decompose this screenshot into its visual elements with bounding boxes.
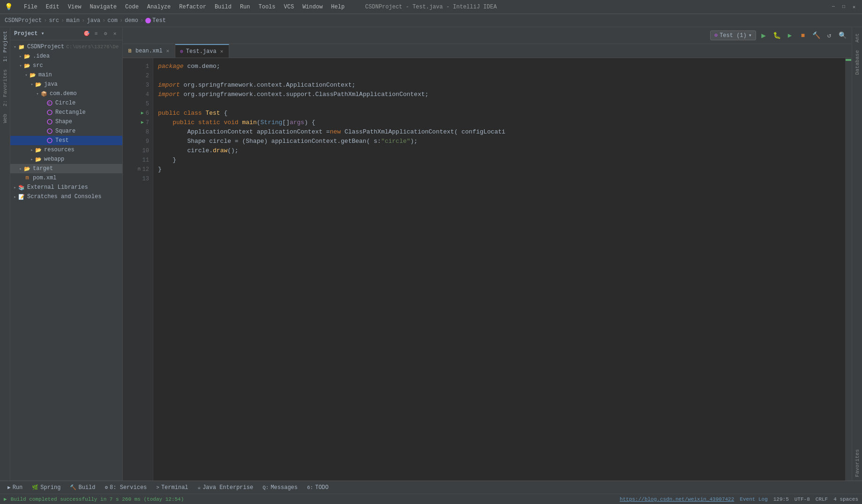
minimize-button[interactable]: ─ [830,4,837,10]
bottom-tab-java-enterprise[interactable]: ☕ Java Enterprise [194,483,257,492]
collapse-all-button[interactable]: ≡ [92,30,100,37]
right-tab-database[interactable]: Database [853,46,862,79]
run-button[interactable]: ▶ [758,30,769,41]
bottom-tab-terminal[interactable]: > Terminal [152,483,192,492]
sidebar-tab-favorites[interactable]: 2: Favorites [1,66,9,110]
bottom-tab-services[interactable]: ⚙ 8: Services [101,483,150,492]
tree-item-csdn-project[interactable]: ▾ 📁 CSDNProject C:\Users\13276\De [10,42,122,52]
line-num-12: ⊓ 12 [132,165,153,174]
stop-button[interactable]: ■ [797,30,809,41]
menu-item-navigate[interactable]: Navigate [86,3,120,11]
bottom-tab-build[interactable]: 🔨 Build [66,483,99,492]
bottom-tab-spring[interactable]: 🌿 Spring [28,483,64,492]
gutter-ok-mark [846,59,851,61]
bottom-tab-run[interactable]: ▶ Run [4,483,26,492]
app-icon: 💡 [5,3,13,11]
menu-item-edit[interactable]: Edit [42,3,63,11]
text-6b [202,109,206,118]
code-line-6: public class Test { [153,109,845,118]
event-log-label[interactable]: Event Log [740,497,767,502]
menu-item-file[interactable]: File [20,3,41,11]
window-controls[interactable]: ─ □ ✕ [830,4,857,10]
tab-label-bean-xml: bean.xml [135,48,163,54]
status-indent[interactable]: 4 spaces [833,497,858,502]
arrow-csdn-project: ▾ [12,44,18,50]
cls-name-test: Test [205,109,220,118]
gutter-fold-4[interactable] [123,90,132,99]
close-panel-button[interactable]: ✕ [111,30,119,37]
breadcrumb-item-demo[interactable]: demo [125,17,138,24]
breadcrumb-item-src[interactable]: src [49,17,59,24]
run-config-selector[interactable]: ⊙ Test (1) ▾ [710,30,756,40]
tree-item-webapp[interactable]: ▸ 📂 webapp [10,155,122,164]
right-tab-favorites[interactable]: Favorites [853,445,862,481]
build-status-icon: ▶ [4,496,7,502]
tree-item-target[interactable]: ▸ 📂 target [10,164,122,173]
close-button[interactable]: ✕ [851,4,857,10]
text-11: } [158,156,176,165]
run-arrow-7[interactable]: ▶ [141,118,144,127]
code-line-5 [153,99,845,109]
tree-item-com-demo[interactable]: ▾ 📦 com.demo [10,89,122,98]
tree-item-square[interactable]: ▸ Square [10,126,122,136]
tree-item-resources[interactable]: ▸ 📂 resources [10,145,122,155]
tree-item-shape[interactable]: ▸ Shape [10,117,122,126]
status-line-sep[interactable]: CRLF [816,497,828,502]
build-button[interactable]: 🔨 [810,30,822,41]
status-encoding[interactable]: UTF-8 [795,497,810,502]
menu-item-tools[interactable]: Tools [255,3,279,11]
text-8a: ApplicationContext applicationContext = [158,127,330,137]
tree-item-rectangle[interactable]: ▸ Rectangle [10,108,122,117]
breadcrumb-item-java[interactable]: java [87,17,100,24]
bottom-tab-messages[interactable]: Q: Messages [259,483,301,492]
tree-item-java[interactable]: ▾ 📂 java [10,80,122,89]
code-content[interactable]: package com.demo; import org.springframe… [153,58,845,481]
rebuild-button[interactable]: ↺ [824,30,835,41]
menu-item-analyze[interactable]: Analyze [143,3,174,11]
tree-item-ext-libs[interactable]: ▸ 📚 External Libraries [10,183,122,192]
tree-item-test[interactable]: ▸ Test [10,136,122,145]
tab-test-java[interactable]: ⊙ Test.java ✕ [175,44,229,58]
tree-item-circle[interactable]: ▸ C Circle [10,98,122,108]
gutter-fold-7b[interactable] [123,127,132,137]
status-position: 129:5 [773,497,789,502]
tab-close-bean-xml[interactable]: ✕ [165,48,171,54]
breadcrumb-item-main[interactable]: main [66,17,80,24]
bottom-tab-todo[interactable]: 6: TODO [303,483,332,492]
menu-item-help[interactable]: Help [327,3,348,11]
messages-label: Messages [270,484,298,491]
label-circle: Circle [55,100,75,106]
menu-item-build[interactable]: Build [211,3,235,11]
sidebar-tab-project[interactable]: 1: Project [1,27,9,66]
menu-item-code[interactable]: Code [121,3,142,11]
search-button[interactable]: 🔍 [837,30,848,41]
tab-close-test-java[interactable]: ✕ [219,48,225,54]
menu-item-window[interactable]: Window [299,3,326,11]
settings-button[interactable]: ⚙ [102,30,109,37]
menu-item-vcs[interactable]: VCS [280,3,298,11]
code-line-7: public static void main ( String [] args… [153,118,845,127]
right-tab-ant[interactable]: Ant [853,30,862,46]
breadcrumb-item-com[interactable]: com [107,17,118,24]
tree-item-idea[interactable]: ▸ 📂 .idea [10,52,122,61]
tab-bean-xml[interactable]: 🗎 bean.xml ✕ [123,44,175,58]
maximize-button[interactable]: □ [840,4,847,10]
run-coverage-button[interactable]: ▶ [784,30,795,41]
menu-item-run[interactable]: Run [236,3,254,11]
text-9a: Shape circle = (Shape) applicationContex… [158,137,381,146]
tree-item-main[interactable]: ▾ 📂 main [10,70,122,80]
menu-item-refactor[interactable]: Refactor [175,3,210,11]
menu-item-view[interactable]: View [64,3,85,11]
debug-button[interactable]: 🐛 [771,30,782,41]
code-editor[interactable]: 1 2 3 4 5 ▶ 6 ▶ 7 8 9 10 11 ⊓ 1 [123,58,852,481]
line-num-13: 13 [132,174,153,184]
run-arrow-6[interactable]: ▶ [141,109,144,118]
gutter-fold-3[interactable] [123,81,132,90]
tree-item-scratches[interactable]: ▸ 📝 Scratches and Consoles [10,192,122,201]
tree-item-pom[interactable]: ▸ m pom.xml [10,173,122,183]
status-url[interactable]: https://blog.csdn.net/weixin_43907422 [620,497,734,502]
tree-item-src[interactable]: ▾ 📂 src [10,61,122,70]
breadcrumb-item-project[interactable]: CSDNProject [5,17,42,24]
locate-file-button[interactable]: 🎯 [83,30,90,37]
sidebar-tab-web[interactable]: Web [1,110,9,127]
